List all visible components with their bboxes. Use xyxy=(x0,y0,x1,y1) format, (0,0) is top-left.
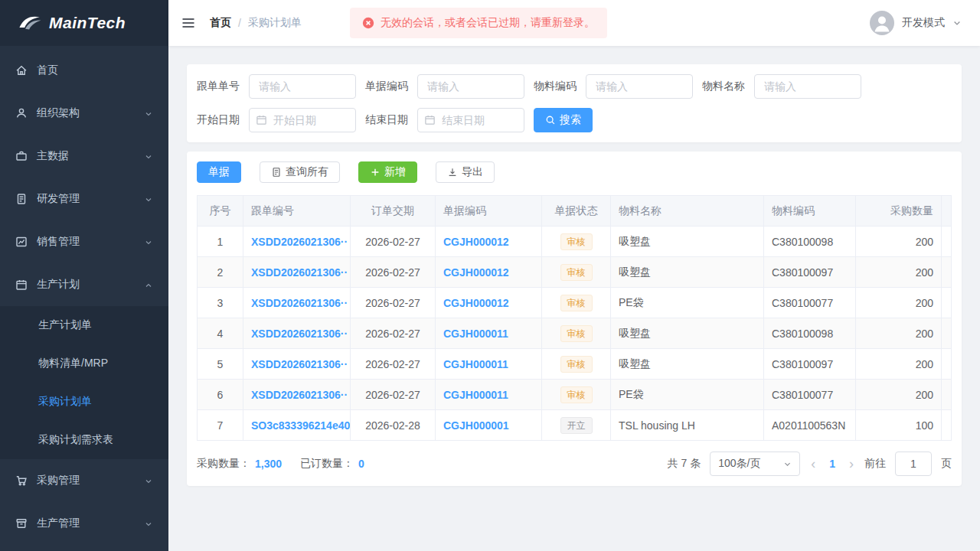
user-menu[interactable]: 开发模式 xyxy=(870,11,962,35)
sidebar-item-production-management[interactable]: 生产管理 xyxy=(0,502,168,545)
cell-delivery-date: 2026-02-27 xyxy=(351,318,436,349)
add-button[interactable]: 新增 xyxy=(358,161,417,183)
summary: 采购数量： 1,300 已订数量： 0 xyxy=(197,457,378,471)
filter-row-2: 开始日期 结束日期 xyxy=(197,108,952,132)
cell-delivery-date: 2026-02-27 xyxy=(351,349,436,380)
order-no-link[interactable]: SO3c833396214e40 xyxy=(251,419,350,432)
material-code-input[interactable] xyxy=(586,74,693,99)
cell-extra xyxy=(942,410,952,441)
session-error-alert: 无效的会话，或者会话已过期，请重新登录。 xyxy=(350,8,607,38)
doc-no-link[interactable]: CGJH000011 xyxy=(443,328,508,340)
order-no-link[interactable]: XSDD2026021306·· xyxy=(251,297,348,309)
breadcrumb-home[interactable]: 首页 xyxy=(210,16,231,30)
end-date-input[interactable] xyxy=(417,108,524,132)
query-all-button[interactable]: 查询所有 xyxy=(260,161,340,183)
field-label: 单据编码 xyxy=(365,80,408,93)
ordered-qty-value: 0 xyxy=(358,458,364,470)
sidebar-item-purchase-plan-order[interactable]: 采购计划单 xyxy=(0,383,168,421)
status-badge: 审核 xyxy=(560,233,593,250)
sidebar-item-home[interactable]: 首页 xyxy=(0,49,168,92)
col-header-material-code: 物料编码 xyxy=(764,196,856,227)
logo: MainTech xyxy=(0,0,168,46)
sidebar-item-purchase-plan-demand[interactable]: 采购计划需求表 xyxy=(0,421,168,459)
filter-field-doc-code: 单据编码 xyxy=(365,74,524,99)
chevron-down-icon xyxy=(144,152,153,161)
export-button-label: 导出 xyxy=(462,165,483,179)
material-name-input[interactable] xyxy=(754,74,861,99)
cell-material-name: 吸塑盘 xyxy=(611,227,764,257)
chevron-down-icon xyxy=(144,194,153,204)
sidebar-toggle-icon[interactable] xyxy=(181,15,198,31)
org-icon xyxy=(15,107,28,119)
order-no-link[interactable]: XSDD2026021306·· xyxy=(251,389,348,401)
document-button[interactable]: 单据 xyxy=(197,161,241,183)
col-header-order-no: 跟单编号 xyxy=(243,196,351,227)
cell-qty: 200 xyxy=(856,288,942,318)
chevron-down-icon xyxy=(144,109,153,118)
chevron-down-icon xyxy=(144,237,153,246)
doc-no-link[interactable]: CGJH000012 xyxy=(443,297,509,309)
plus-icon xyxy=(370,167,381,178)
table-row: 1 XSDD2026021306·· 2026-02-27 CGJH000012… xyxy=(198,227,952,257)
rd-icon xyxy=(15,193,28,205)
cell-material-name: PE袋 xyxy=(611,288,764,318)
sidebar-item-rd-management[interactable]: 研发管理 xyxy=(0,178,168,220)
status-badge: 开立 xyxy=(560,417,593,434)
field-label: 跟单单号 xyxy=(197,80,240,93)
sidebar-item-sales-management[interactable]: 销售管理 xyxy=(0,220,168,263)
sidebar-item-production-plan-order[interactable]: 生产计划单 xyxy=(0,306,168,344)
doc-no-link[interactable]: CGJH000011 xyxy=(443,389,508,401)
sidebar-item-purchase-management[interactable]: 采购管理 xyxy=(0,459,168,502)
cell-delivery-date: 2026-02-27 xyxy=(351,227,436,257)
cell-index: 5 xyxy=(198,349,243,380)
doc-no-link[interactable]: CGJH000011 xyxy=(443,358,508,370)
filter-field-material-name: 物料名称 xyxy=(702,74,861,99)
doc-code-input[interactable] xyxy=(417,74,524,99)
sidebar-item-label: 主数据 xyxy=(37,149,144,163)
table-row: 2 XSDD2026021306·· 2026-02-27 CGJH000012… xyxy=(198,257,952,288)
status-badge: 审核 xyxy=(560,264,593,281)
export-button[interactable]: 导出 xyxy=(436,161,495,183)
search-icon xyxy=(545,115,556,126)
breadcrumb-current: 采购计划单 xyxy=(248,16,302,30)
breadcrumb-separator: / xyxy=(238,17,241,29)
order-no-link[interactable]: XSDD2026021306·· xyxy=(251,266,348,279)
status-badge: 审核 xyxy=(560,386,593,403)
order-no-link[interactable]: XSDD2026021306·· xyxy=(251,358,348,370)
search-button[interactable]: 搜索 xyxy=(534,108,593,132)
cell-material-code: C380100077 xyxy=(764,288,856,318)
cell-extra xyxy=(942,318,952,349)
submenu-item-label: 生产计划单 xyxy=(38,318,92,332)
table-row: 3 XSDD2026021306·· 2026-02-27 CGJH000012… xyxy=(198,288,952,318)
sidebar-item-organization[interactable]: 组织架构 xyxy=(0,92,168,135)
start-date-input[interactable] xyxy=(249,108,356,132)
filter-row-1: 跟单单号 单据编码 物料编码 物料名称 xyxy=(197,74,952,99)
sidebar-item-bom-mrp[interactable]: 物料清单/MRP xyxy=(0,344,168,383)
order-no-link[interactable]: XSDD2026021306·· xyxy=(251,328,348,340)
cell-material-code: C380100098 xyxy=(764,227,856,257)
order-no-input[interactable] xyxy=(249,74,356,99)
cell-index: 1 xyxy=(198,227,243,257)
sidebar-item-production-plan[interactable]: 生产计划 xyxy=(0,263,168,306)
status-badge: 审核 xyxy=(560,325,593,342)
page-number-1[interactable]: 1 xyxy=(826,458,838,470)
sidebar-menu: 首页 组织架构 主数据 xyxy=(0,46,168,551)
doc-no-link[interactable]: CGJH000001 xyxy=(443,419,509,432)
topbar: 首页 / 采购计划单 无效的会话，或者会话已过期，请重新登录。 开发模式 xyxy=(168,0,980,46)
doc-no-link[interactable]: CGJH000012 xyxy=(443,236,509,248)
filter-field-order-no: 跟单单号 xyxy=(197,74,356,99)
order-no-link[interactable]: XSDD2026021306·· xyxy=(251,236,348,248)
cell-delivery-date: 2026-02-27 xyxy=(351,257,436,288)
goto-page-input[interactable] xyxy=(895,452,932,476)
table-row: 5 XSDD2026021306·· 2026-02-27 CGJH000011… xyxy=(198,349,952,380)
doc-no-link[interactable]: CGJH000012 xyxy=(443,266,509,279)
cell-index: 2 xyxy=(198,257,243,288)
sidebar-item-master-data[interactable]: 主数据 xyxy=(0,135,168,178)
page-size-select[interactable]: 100条/页 xyxy=(710,452,800,476)
content-area: 首页 / 采购计划单 无效的会话，或者会话已过期，请重新登录。 开发模式 xyxy=(168,0,980,551)
start-date-picker xyxy=(249,108,356,132)
cell-material-name: 吸塑盘 xyxy=(611,318,764,349)
sidebar-item-label: 首页 xyxy=(37,64,153,77)
prev-page-button[interactable]: ‹ xyxy=(809,457,817,471)
next-page-button[interactable]: › xyxy=(848,457,855,471)
